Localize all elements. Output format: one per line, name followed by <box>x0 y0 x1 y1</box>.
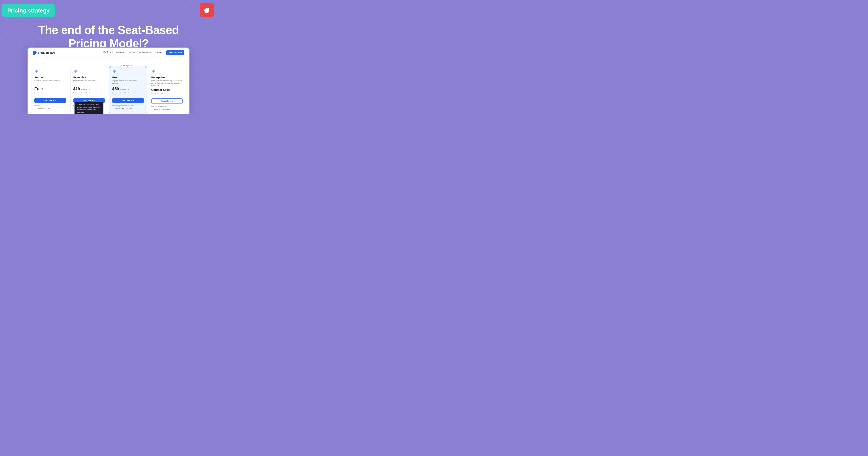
nav-resources[interactable]: Resources ▾ <box>139 51 151 54</box>
most-popular-badge: Most popular <box>121 64 135 67</box>
chevron-down-icon: ▾ <box>112 52 113 53</box>
hero-headline: The end of the Seat-Based Pricing Model? <box>0 24 217 50</box>
pricing-badge: Pricing strategy <box>2 4 55 17</box>
plan-includes-label: Everything in Pro, plus <box>151 106 183 107</box>
pb-icon <box>33 51 37 55</box>
tooltip: Makers have full access to edit, update,… <box>74 102 103 114</box>
sign-in-link[interactable]: Sign in <box>155 51 162 54</box>
check-icon: ✓ <box>112 108 114 110</box>
plan-card-enterprise: Enterprise For organizations to securely… <box>148 66 186 114</box>
plan-price-unit: maker/month <box>120 89 129 90</box>
plan-price-label: Free <box>34 86 43 91</box>
plan-feature: ✓ 50 feedback notes <box>34 108 66 110</box>
plan-icon-enterprise <box>151 69 156 74</box>
tab-bar: · · · · · · · · · · · · · · · <box>28 58 189 63</box>
tab-3[interactable]: · · · · · <box>115 59 127 63</box>
plan-desc: Get started building better products <box>34 80 66 85</box>
nav-solutions[interactable]: Solutions ▾ <box>116 51 126 54</box>
plan-price-amount: $19 <box>73 86 80 91</box>
plan-billing: Starts with 5 makers <box>151 92 183 96</box>
brand-name: productboard <box>38 51 56 54</box>
plan-billing: Billed annually, or $75 billed monthly, … <box>112 92 144 96</box>
nav-pricing[interactable]: Pricing <box>129 51 136 54</box>
tab-1[interactable]: · · · · · <box>90 59 102 63</box>
plan-cta-button[interactable]: Start free trial <box>34 98 66 103</box>
badge-label: Pricing strategy <box>7 7 50 14</box>
brand: productboard <box>33 51 56 55</box>
plan-card-essentials: Essentials Prioritize what your customer… <box>70 66 108 114</box>
plan-includes-label: Everything in Essentials, plus <box>112 105 144 107</box>
plan-cta-button[interactable]: Start free trial <box>112 98 144 103</box>
plan-name: Essentials <box>73 76 105 79</box>
plan-card-pro: Most popular Pro Align teams to drive re… <box>109 66 147 114</box>
nav-links: Platform ▾ Solutions ▾ Pricing Resources… <box>103 51 151 54</box>
plan-desc: Align teams to drive real business outco… <box>112 80 144 85</box>
plan-billing: Billed annually, or $25 billed monthly, … <box>73 92 105 96</box>
plan-includes-label: Includes <box>34 105 66 107</box>
plan-feature: ✓ Unlimited feedback notes <box>112 108 144 110</box>
brand-logo <box>199 3 214 18</box>
nav-platform[interactable]: Platform ▾ <box>103 51 113 54</box>
check-icon: ✓ <box>151 109 153 110</box>
pricing-grid: Starter Get started building better prod… <box>28 63 189 114</box>
pricing-card: productboard Platform ▾ Solutions ▾ Pric… <box>27 47 190 114</box>
tab-2[interactable]: · · · · · <box>102 59 115 63</box>
plan-name: Enterprise <box>151 76 183 79</box>
plan-price-unit: maker/month <box>81 89 90 90</box>
plan-cta-button[interactable]: Request demo <box>151 98 183 104</box>
plan-price-amount: $59 <box>112 86 119 91</box>
check-icon: ✓ <box>34 108 36 110</box>
plan-desc: Prioritize what your customers <box>73 80 105 85</box>
navbar: productboard Platform ▾ Solutions ▾ Pric… <box>28 48 189 58</box>
plan-icon-starter <box>34 69 39 74</box>
chevron-down-icon: ▾ <box>125 52 126 54</box>
plan-price-label: Contact Sales <box>151 88 170 91</box>
plan-icon-pro <box>112 69 117 74</box>
plan-billing: Free for everyone <box>34 92 66 96</box>
plan-desc: For organizations to securely and scalab… <box>151 80 183 86</box>
plan-name: Starter <box>34 76 66 79</box>
plan-icon-essentials <box>73 69 78 74</box>
fire-icon <box>203 6 211 14</box>
chevron-down-icon: ▾ <box>150 52 151 54</box>
plan-name: Pro <box>112 76 144 79</box>
plan-feature: ✓ Unlimited Teamspaces <box>151 108 183 110</box>
plan-card-starter: Starter Get started building better prod… <box>31 66 69 114</box>
nav-cta-button[interactable]: Start free trial <box>166 50 184 55</box>
